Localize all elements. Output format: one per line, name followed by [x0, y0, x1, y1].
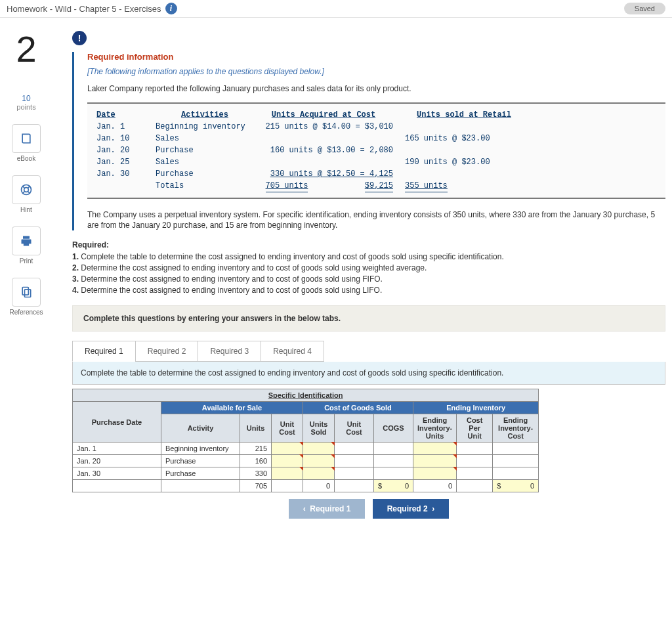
ebook-label: eBook [0, 155, 52, 162]
references-button[interactable] [12, 278, 41, 307]
print-icon [19, 234, 33, 248]
lifebuoy-icon [19, 183, 33, 197]
print-label: Print [0, 257, 52, 265]
tab-required-3[interactable]: Required 3 [198, 341, 261, 362]
group-cogs: Cost of Goods Sold [303, 402, 413, 414]
col-purchase-date: Purchase Date [73, 402, 161, 443]
unit-cost-input[interactable] [272, 467, 303, 480]
unit-cost-input[interactable] [272, 443, 303, 455]
group-ending: Ending Inventory [413, 402, 539, 414]
units-sold-input[interactable] [303, 467, 335, 480]
table-row: Jan. 20 Purchase 160 [73, 455, 539, 467]
chevron-left-icon: ‹ [303, 504, 306, 513]
scenario-table: Date Activities Units Acquired at Cost U… [87, 102, 665, 199]
group-available: Available for Sale [161, 402, 303, 414]
instruction-bar: Complete this questions by entering your… [72, 305, 665, 332]
page-title: Homework - Wild - Chapter 5 - Exercises [7, 4, 161, 14]
required-info-heading: Required information [87, 52, 665, 62]
units-sold-input[interactable] [303, 455, 335, 467]
unit-cost-input[interactable] [272, 455, 303, 467]
tab-required-1[interactable]: Required 1 [72, 341, 136, 362]
references-label: References [0, 309, 52, 316]
total-eic: $0 [493, 480, 539, 492]
total-cogs: $0 [374, 480, 413, 492]
requirements-list: Required: 1. Complete the table to deter… [72, 240, 665, 295]
scenario-intro: Laker Company reported the following Jan… [87, 84, 665, 93]
points-label: points [0, 103, 52, 111]
alert-icon: ! [72, 31, 87, 45]
next-button[interactable]: Required 2 › [373, 499, 450, 519]
svg-point-1 [24, 188, 29, 192]
ebook-button[interactable] [12, 124, 41, 153]
saved-status: Saved [624, 3, 665, 14]
units-sold-input[interactable] [303, 443, 335, 455]
table-row-total: 705 0 $0 0 $0 [73, 480, 539, 492]
scenario-note: The Company uses a perpetual inventory s… [87, 209, 665, 230]
ei-units-input[interactable] [413, 467, 457, 480]
tab-description: Complete the table to determine the cost… [72, 362, 665, 385]
copy-icon [19, 285, 33, 299]
points-value: 10 [0, 94, 52, 103]
ei-units-input[interactable] [413, 455, 457, 467]
info-icon[interactable]: i [165, 3, 177, 14]
chevron-right-icon: › [432, 504, 434, 513]
book-icon [19, 131, 33, 146]
hint-button[interactable] [12, 175, 41, 204]
required-info-subtitle: [The following information applies to th… [87, 67, 665, 76]
question-number: 2 [0, 31, 52, 68]
table-row: Jan. 30 Purchase 330 [73, 467, 539, 480]
ei-units-input[interactable] [413, 443, 457, 455]
svg-rect-3 [25, 290, 31, 297]
print-button[interactable] [12, 227, 41, 255]
tab-required-2[interactable]: Required 2 [135, 341, 199, 362]
answer-table: Specific Identification Purchase Date Av… [72, 389, 539, 492]
tab-required-4[interactable]: Required 4 [261, 341, 324, 362]
table-row: Jan. 1 Beginning inventory 215 [73, 443, 539, 455]
svg-rect-2 [22, 288, 28, 295]
prev-button[interactable]: ‹ Required 1 [289, 499, 366, 519]
hint-label: Hint [0, 206, 52, 213]
sheet-title: Specific Identification [73, 389, 539, 402]
